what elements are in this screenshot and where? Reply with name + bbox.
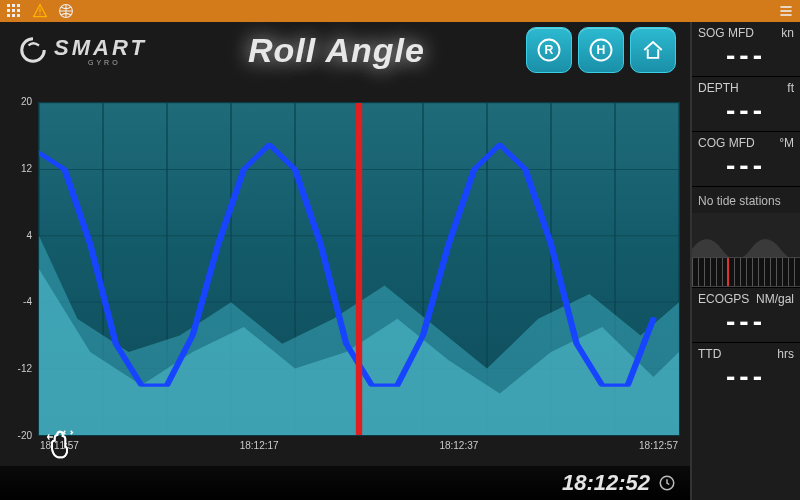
svg-point-10: [39, 14, 41, 16]
svg-rect-5: [17, 9, 20, 12]
value: ---: [698, 152, 794, 180]
x-tick: 18:12:57: [639, 440, 678, 458]
warning-icon[interactable]: [32, 3, 48, 19]
svg-rect-0: [7, 4, 10, 7]
brand-logo: SMART GYRO: [18, 35, 147, 66]
h-button[interactable]: H: [578, 27, 624, 73]
label: TTD: [698, 347, 721, 361]
y-tick: 4: [26, 230, 32, 241]
unit: kn: [781, 26, 794, 40]
page-title: Roll Angle: [248, 31, 425, 70]
tide-scrub-bar[interactable]: [692, 257, 800, 287]
chart-area[interactable]: 20124-4-12-20 18:11:5718:12:1718:12:3718…: [6, 102, 680, 458]
y-tick: -20: [18, 430, 32, 441]
main-panel: SMART GYRO Roll Angle R H 20124-4-12-20: [0, 22, 690, 500]
top-bar: [0, 0, 800, 22]
value: ---: [698, 308, 794, 336]
tide-message: No tide stations: [698, 191, 794, 211]
tide-graph: [692, 213, 800, 257]
unit: hrs: [777, 347, 794, 361]
svg-rect-4: [12, 9, 15, 12]
x-axis-labels: 18:11:5718:12:1718:12:3718:12:57: [38, 440, 680, 458]
side-cell-eco[interactable]: ECOGPSNM/gal ---: [692, 288, 800, 343]
top-bar-left: [6, 3, 74, 19]
y-axis-labels: 20124-4-12-20: [6, 102, 36, 436]
side-cell-tide[interactable]: No tide stations: [692, 187, 800, 288]
value: ---: [698, 97, 794, 125]
menu-icon[interactable]: [778, 3, 794, 19]
side-cell-cog[interactable]: COG MFD°M ---: [692, 132, 800, 187]
side-cell-depth[interactable]: DEPTHft ---: [692, 77, 800, 132]
value: ---: [698, 42, 794, 70]
value: ---: [698, 363, 794, 391]
svg-text:H: H: [597, 43, 606, 57]
x-tick: 18:12:17: [240, 440, 279, 458]
unit: NM/gal: [756, 292, 794, 306]
svg-rect-6: [7, 14, 10, 17]
footer: 18:12:52: [0, 466, 690, 500]
header-buttons: R H: [526, 27, 676, 73]
roll-angle-chart[interactable]: [38, 102, 680, 436]
label: ECOGPS: [698, 292, 749, 306]
y-tick: 20: [21, 96, 32, 107]
unit: ft: [787, 81, 794, 95]
globe-icon[interactable]: [58, 3, 74, 19]
data-sidebar: SOG MFDkn --- DEPTHft --- COG MFD°M --- …: [690, 22, 800, 500]
label: DEPTH: [698, 81, 739, 95]
side-cell-ttd[interactable]: TTDhrs ---: [692, 343, 800, 397]
home-button[interactable]: [630, 27, 676, 73]
y-tick: 12: [21, 163, 32, 174]
label: COG MFD: [698, 136, 755, 150]
svg-text:R: R: [545, 43, 554, 57]
brand-name: SMART: [54, 35, 147, 61]
main-header: SMART GYRO Roll Angle R H: [0, 22, 690, 78]
x-tick: 18:12:37: [439, 440, 478, 458]
label: SOG MFD: [698, 26, 754, 40]
r-button[interactable]: R: [526, 27, 572, 73]
svg-rect-3: [7, 9, 10, 12]
svg-rect-2: [17, 4, 20, 7]
clock[interactable]: 18:12:52: [562, 470, 676, 496]
side-cell-sog[interactable]: SOG MFDkn ---: [692, 22, 800, 77]
clock-value: 18:12:52: [562, 470, 650, 496]
clock-icon: [658, 474, 676, 492]
svg-rect-8: [17, 14, 20, 17]
unit: °M: [779, 136, 794, 150]
apps-icon[interactable]: [6, 3, 22, 19]
svg-rect-1: [12, 4, 15, 7]
svg-rect-7: [12, 14, 15, 17]
y-tick: -4: [23, 296, 32, 307]
y-tick: -12: [18, 363, 32, 374]
logo-swirl-icon: [18, 35, 48, 65]
